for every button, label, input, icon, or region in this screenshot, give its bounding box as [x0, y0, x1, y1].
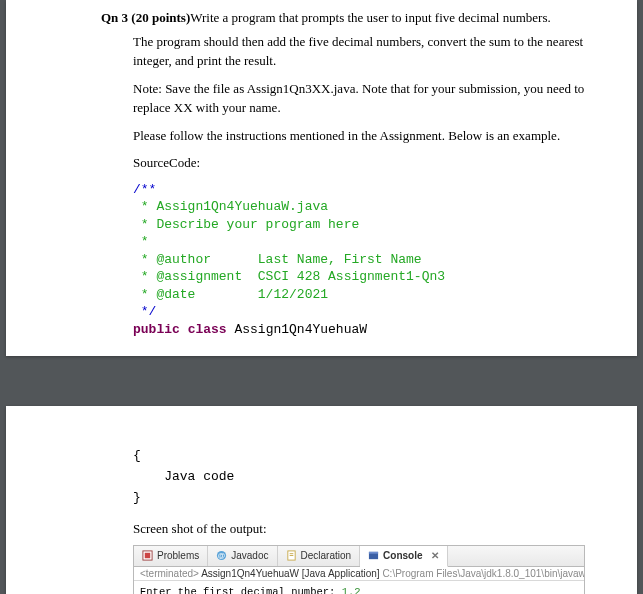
- console-icon: [368, 550, 379, 561]
- question-heading: Qn 3 (20 points)Write a program that pro…: [101, 8, 597, 28]
- console-view: Problems @ Javadoc Declaration Console ✕: [133, 545, 585, 594]
- tab-label: Console: [383, 550, 422, 561]
- document-page-2: { Java code } Screen shot of the output:…: [6, 406, 637, 594]
- console-output: Enter the first decimal number: 1.2 Ente…: [134, 581, 584, 594]
- code-line: * Assign1Qn4YuehuaW.java: [133, 199, 328, 214]
- terminated-prefix: <terminated>: [140, 568, 201, 579]
- svg-rect-1: [145, 553, 151, 559]
- question-label: Qn 3: [101, 10, 128, 25]
- terminated-path: C:\Program Files\Java\jdk1.8.0_101\bin\j…: [380, 568, 584, 579]
- question-follow: Please follow the instructions mentioned…: [133, 126, 597, 146]
- source-code-block: /** * Assign1Qn4YuehuaW.java * Describe …: [133, 181, 597, 339]
- code-line: /**: [133, 182, 156, 197]
- terminated-name: Assign1Qn4YuehuaW [Java Application]: [201, 568, 379, 579]
- svg-text:@: @: [218, 552, 225, 561]
- tab-label: Javadoc: [231, 550, 268, 561]
- question-prompt-a: Write a program that prompts the user to…: [190, 10, 551, 25]
- code-line: * @assignment CSCI 428 Assignment1-Qn3: [133, 269, 445, 284]
- tab-label: Declaration: [301, 550, 352, 561]
- output-prompt: Enter the first decimal number:: [140, 586, 342, 594]
- question-note: Note: Save the file as Assign1Qn3XX.java…: [133, 79, 597, 118]
- output-value: 1.2: [342, 586, 361, 594]
- declaration-icon: [286, 550, 297, 561]
- code-keyword-public: public: [133, 322, 180, 337]
- question-prompt-b: The program should then add the five dec…: [133, 32, 597, 71]
- tab-label: Problems: [157, 550, 199, 561]
- source-code-label: SourceCode:: [133, 153, 597, 173]
- svg-rect-8: [369, 552, 378, 554]
- code-classname: Assign1Qn4YuehuaW: [234, 322, 367, 337]
- brace-close: }: [133, 490, 141, 505]
- code-line: *: [133, 234, 149, 249]
- question-points: (20 points): [131, 10, 190, 25]
- close-icon[interactable]: ✕: [431, 550, 439, 561]
- code-keyword-class: class: [188, 322, 227, 337]
- tab-problems[interactable]: Problems: [134, 546, 208, 566]
- tab-javadoc[interactable]: @ Javadoc: [208, 546, 277, 566]
- code-line: * @author Last Name, First Name: [133, 252, 422, 267]
- body-code-block: { Java code }: [133, 446, 597, 508]
- console-tabbar: Problems @ Javadoc Declaration Console ✕: [134, 546, 584, 567]
- body-placeholder: Java code: [133, 469, 234, 484]
- screenshot-label: Screen shot of the output:: [133, 521, 597, 537]
- brace-open: {: [133, 448, 141, 463]
- code-line: */: [133, 304, 156, 319]
- code-line: * @date 1/12/2021: [133, 287, 328, 302]
- output-line: Enter the first decimal number: 1.2: [140, 584, 578, 594]
- tab-declaration[interactable]: Declaration: [278, 546, 361, 566]
- code-line: * Describe your program here: [133, 217, 359, 232]
- document-page-1: Qn 3 (20 points)Write a program that pro…: [6, 0, 637, 356]
- tab-console[interactable]: Console ✕: [360, 546, 447, 567]
- problems-icon: [142, 550, 153, 561]
- javadoc-icon: @: [216, 550, 227, 561]
- terminated-line: <terminated> Assign1Qn4YuehuaW [Java App…: [134, 567, 584, 581]
